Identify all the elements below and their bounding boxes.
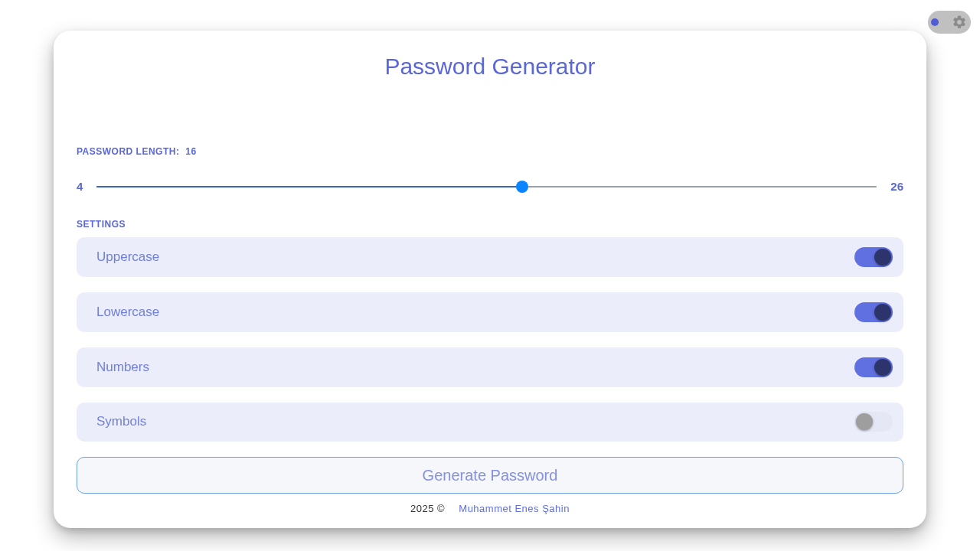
toggle-knob <box>874 249 891 266</box>
setting-numbers-label: Numbers <box>96 360 149 375</box>
gear-icon <box>951 14 968 31</box>
setting-uppercase: Uppercase <box>77 237 903 277</box>
toggle-lowercase[interactable] <box>854 302 893 322</box>
length-slider-row: 4 26 <box>77 180 903 193</box>
slider-min: 4 <box>77 180 83 193</box>
generate-password-button[interactable]: Generate Password <box>77 457 903 494</box>
footer: 2025 © Muhammet Enes Şahin <box>77 503 903 514</box>
setting-uppercase-label: Uppercase <box>96 249 159 265</box>
toggle-knob <box>856 413 873 430</box>
toggle-knob <box>874 304 891 321</box>
slider-max: 26 <box>890 180 903 193</box>
toggle-knob <box>874 359 891 376</box>
password-length-label: PASSWORD LENGTH: 16 <box>77 146 903 157</box>
length-slider[interactable] <box>96 181 877 193</box>
footer-copyright: 2025 © <box>410 503 445 514</box>
toggle-numbers[interactable] <box>854 357 893 377</box>
setting-lowercase: Lowercase <box>77 292 903 332</box>
main-card: Password Generator PASSWORD LENGTH: 16 4… <box>54 31 926 528</box>
setting-symbols: Symbols <box>77 403 903 442</box>
theme-toggle[interactable] <box>928 11 971 34</box>
footer-author-link[interactable]: Muhammet Enes Şahin <box>459 503 570 514</box>
setting-symbols-label: Symbols <box>96 414 146 429</box>
setting-numbers: Numbers <box>77 347 903 387</box>
theme-indicator-dot <box>931 18 939 26</box>
length-label-text: PASSWORD LENGTH: <box>77 146 179 157</box>
slider-fill <box>96 186 521 187</box>
toggle-symbols[interactable] <box>854 412 893 432</box>
slider-thumb[interactable] <box>516 181 528 193</box>
page-title: Password Generator <box>77 54 903 80</box>
settings-heading: SETTINGS <box>77 219 903 230</box>
setting-lowercase-label: Lowercase <box>96 305 159 320</box>
toggle-uppercase[interactable] <box>854 247 893 267</box>
length-value: 16 <box>185 146 196 157</box>
